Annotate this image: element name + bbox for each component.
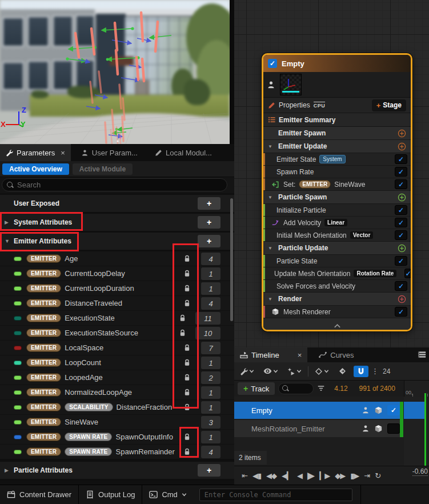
module-row[interactable]: Mesh Renderer ✓ <box>263 306 411 318</box>
cube-icon[interactable] <box>374 406 383 415</box>
sequencer-icon[interactable] <box>418 350 427 359</box>
close-icon[interactable]: × <box>61 149 65 157</box>
emitter-summary-row[interactable]: Emitter Summary <box>263 113 411 127</box>
track-checkbox[interactable] <box>387 423 400 434</box>
add-parameter-button[interactable]: + <box>198 216 220 229</box>
transport-button-3[interactable]: ◀▎ <box>280 471 294 480</box>
module-checkbox[interactable]: ✓ <box>404 269 411 278</box>
stage-header[interactable]: Emitter Spawn <box>263 127 411 140</box>
transport-button-1[interactable]: ◀▮ <box>251 471 263 480</box>
stage-header[interactable]: ▼ Particle Spawn <box>263 191 411 204</box>
parameter-row[interactable]: EMITTER SineWave 3 <box>0 415 234 430</box>
parameter-row[interactable]: EMITTER Age 4 <box>0 251 234 266</box>
add-module-button[interactable] <box>398 295 406 303</box>
emitter-node-empty[interactable]: ✓ Empty Properties CPU + Stage <box>262 53 412 331</box>
tab-user-parameters[interactable]: User Param... <box>75 144 143 161</box>
module-row[interactable]: Initial Mesh Orientation Vector ✓ <box>263 229 411 242</box>
content-drawer-button[interactable]: Content Drawer <box>0 485 78 504</box>
module-row[interactable]: Particle State ✓ <box>263 255 411 267</box>
add-stage-button[interactable]: + Stage <box>372 99 406 111</box>
transport-button-0[interactable]: ⇤ <box>240 471 249 480</box>
transport-button-10[interactable]: ↻ <box>373 471 382 480</box>
person-icon[interactable] <box>362 425 370 433</box>
module-row[interactable]: Emitter State System ✓ <box>263 153 411 166</box>
module-row[interactable]: Add Velocity Linear ✓ <box>263 217 411 229</box>
tab-curves[interactable]: Curves <box>313 347 359 362</box>
timeline-track-row[interactable]: Empty ✓ <box>234 402 400 419</box>
stage-header[interactable]: ▼ Emitter Update <box>263 140 411 153</box>
search-input[interactable] <box>17 181 222 189</box>
transport-button-8[interactable]: ▮▶ <box>348 471 360 480</box>
add-parameter-button[interactable]: + <box>198 235 220 247</box>
add-module-button[interactable] <box>398 142 406 151</box>
expander-arrow[interactable]: ▼ <box>268 144 275 149</box>
view-options-button[interactable] <box>261 367 280 375</box>
parameter-row[interactable]: EMITTER ExecutionStateSource 10 <box>0 326 234 341</box>
parameter-row[interactable]: EMITTER LocalSpace 7 <box>0 341 234 355</box>
parameter-row[interactable]: EMITTER NormalizedLoopAge 1 <box>0 385 234 400</box>
track-checkbox[interactable]: ✓ <box>387 405 400 415</box>
stage-header[interactable]: ▼ Particle Update <box>263 242 411 255</box>
parameter-row[interactable]: EMITTER LoopedAge 2 <box>0 370 234 385</box>
parameter-row[interactable]: EMITTER ExecutionState 11 <box>0 311 234 326</box>
playhead[interactable] <box>424 393 426 466</box>
transport-button-2[interactable]: ◀◆ <box>264 471 278 480</box>
console-command-field[interactable] <box>199 489 352 501</box>
system-overview-graph[interactable]: ✓ Empty Properties CPU + Stage <box>234 0 429 347</box>
auto-key-button[interactable] <box>336 366 349 377</box>
header-emitter-attributes[interactable]: ▼ Emitter Attributes + <box>0 233 234 250</box>
preview-viewport[interactable]: Z Y X <box>0 0 230 144</box>
timeline-track-row[interactable]: MeshRotation_Emitter <box>234 420 400 437</box>
tab-timeline[interactable]: Timeline × <box>234 347 307 362</box>
emitter-enabled-checkbox[interactable]: ✓ <box>268 59 277 68</box>
close-icon[interactable]: × <box>298 351 302 359</box>
module-checkbox[interactable]: ✓ <box>395 307 407 317</box>
module-row[interactable]: Solve Forces and Velocity ✓ <box>263 280 411 293</box>
transport-button-6[interactable]: ▎▶ <box>318 471 331 480</box>
add-track-button[interactable]: + Track <box>238 382 275 395</box>
parameter-row[interactable]: EMITTER LoopCount 1 <box>0 355 234 370</box>
module-row[interactable]: Update Mesh Orientation Rotation Rate ✓ <box>263 267 411 280</box>
fps-label[interactable]: 24 <box>383 367 390 375</box>
tab-local-modules[interactable]: Local Modul... <box>149 144 218 161</box>
settings-wrench-button[interactable] <box>238 366 256 377</box>
active-overview-button[interactable]: Active Overview <box>2 163 69 175</box>
console-input[interactable] <box>205 491 347 499</box>
emitter-thumbnail[interactable] <box>280 74 302 95</box>
parameter-row[interactable]: EMITTER SCALABILITY DistanceFraction 1 <box>0 400 234 415</box>
expander-arrow[interactable]: ▼ <box>268 195 275 200</box>
keyframe-options-button[interactable] <box>312 366 331 377</box>
stage-header[interactable]: ▼ Render <box>263 293 411 306</box>
transport-button-9[interactable]: ⇥ <box>362 471 371 480</box>
transport-button-4[interactable]: ◀ <box>295 471 304 480</box>
add-parameter-button[interactable]: + <box>198 197 220 210</box>
add-parameter-button[interactable]: + <box>198 464 220 477</box>
parameter-row[interactable]: EMITTER DistanceTraveled 4 <box>0 296 234 311</box>
expander-arrow[interactable]: ▼ <box>268 297 275 302</box>
collapse-node-button[interactable] <box>263 318 411 331</box>
module-checkbox[interactable]: ✓ <box>395 179 407 189</box>
parameter-search[interactable] <box>2 178 227 191</box>
header-system-attributes[interactable]: ▶ System Attributes + <box>0 214 234 231</box>
snapping-magnet-button[interactable] <box>354 366 368 377</box>
add-module-button[interactable] <box>398 244 406 253</box>
transport-button-7[interactable]: ◆▶ <box>333 471 347 480</box>
module-row[interactable]: Set: EMITTER SineWave ✓ <box>263 178 411 191</box>
person-icon[interactable] <box>362 406 370 414</box>
parameter-row[interactable]: EMITTER CurrentLoopDelay 1 <box>0 266 234 281</box>
transport-button-5[interactable]: ▶ <box>306 470 316 482</box>
tab-parameters[interactable]: Parameters × <box>0 144 71 161</box>
add-module-button[interactable] <box>398 129 406 138</box>
module-checkbox[interactable]: ✓ <box>395 167 407 177</box>
parameter-row[interactable]: EMITTER SPAWN RATE SpawnOutputInfo 1 <box>0 430 234 445</box>
playback-options-button[interactable] <box>285 366 304 377</box>
module-row[interactable]: Spawn Rate ✓ <box>263 166 411 178</box>
scrollbar[interactable] <box>230 198 233 321</box>
current-time[interactable]: 4.12 <box>334 385 347 393</box>
emitter-node-header[interactable]: ✓ Empty <box>263 55 411 72</box>
add-module-button[interactable] <box>398 193 406 202</box>
module-checkbox[interactable]: ✓ <box>395 205 407 215</box>
more-options-button[interactable]: ⋮ <box>370 367 380 375</box>
filter-icon[interactable] <box>317 385 325 393</box>
module-checkbox[interactable]: ✓ <box>395 230 407 240</box>
